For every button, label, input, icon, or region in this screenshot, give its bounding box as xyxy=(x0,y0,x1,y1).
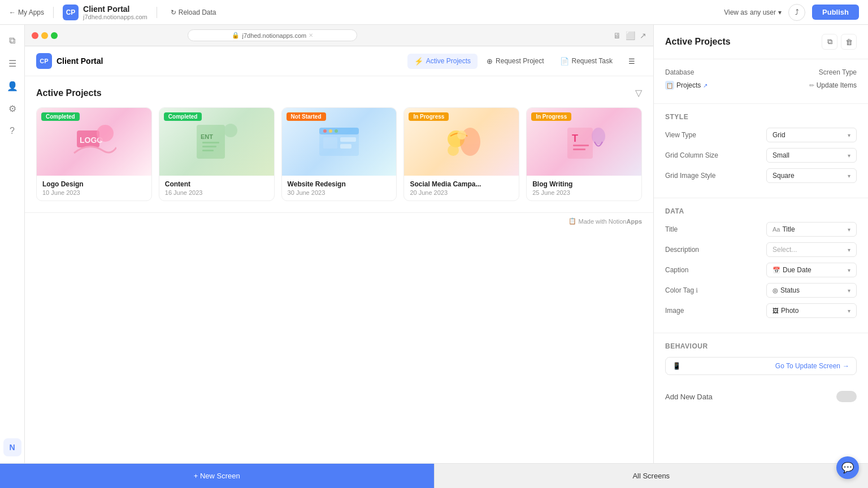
right-sidebar: Active Projects ⧉ 🗑 Database Screen Type… xyxy=(653,25,868,463)
behaviour-right[interactable]: Go To Update Screen → xyxy=(775,362,849,370)
chat-bubble[interactable]: 💬 xyxy=(836,456,859,479)
sidebar-icon-settings[interactable]: ⚙ xyxy=(3,99,21,117)
rs-description-value: Select... xyxy=(772,246,797,254)
card-website-redesign[interactable]: Not Started Website Redesign 30 June 202… xyxy=(281,107,397,201)
center-content: 🔒 j7dhed.notionapps.com ✕ 🖥 ⬜ ↗ CP Clien… xyxy=(25,25,653,463)
svg-text:T: T xyxy=(572,133,578,144)
rs-title-value: Title xyxy=(782,225,795,233)
tablet-icon[interactable]: ⬜ xyxy=(626,31,635,40)
info-icon[interactable]: ℹ xyxy=(696,287,698,294)
card-blog-writing[interactable]: T In Progress Blog Writing xyxy=(526,107,642,201)
rs-title-select[interactable]: Aa Title ▾ xyxy=(766,222,857,237)
cards-grid: LOGO Completed Logo Design 10 June 2023 xyxy=(36,107,642,201)
rs-color-tag-select[interactable]: ◎ Status ▾ xyxy=(766,283,857,298)
view-as-label: View as xyxy=(724,8,748,16)
chevron-down-icon8: ▾ xyxy=(848,308,850,314)
app-name: Client Portal xyxy=(83,5,147,14)
sidebar-icon-menu[interactable]: ☰ xyxy=(3,54,21,72)
rs-image-row: Image 🖼 Photo ▾ xyxy=(665,303,857,318)
sidebar-icon-layers[interactable]: ⧉ xyxy=(3,32,21,50)
browser-actions: 🖥 ⬜ ↗ xyxy=(613,31,646,40)
content-area: Active Projects ▽ LOGO xyxy=(25,76,653,212)
svg-rect-14 xyxy=(323,137,337,149)
card-title-3: Website Redesign xyxy=(288,180,391,188)
card-date-3: 30 June 2023 xyxy=(288,189,391,196)
caption-calendar-icon: 📅 xyxy=(772,267,780,274)
dot-yellow[interactable] xyxy=(41,32,48,39)
rs-delete-button[interactable]: 🗑 xyxy=(841,34,857,50)
card-image-wrapper-2: ENT Completed xyxy=(159,108,274,176)
reload-icon: ↻ xyxy=(171,8,176,16)
lock-icon: 🔒 xyxy=(232,32,240,39)
url-text: j7dhed.notionapps.com xyxy=(242,32,306,39)
card-social-media[interactable]: In Progress Social Media Campa... 20 Jun… xyxy=(403,107,519,201)
add-new-data-toggle[interactable] xyxy=(836,391,857,402)
app-title-area: CP Client Portal j7dhed.notionapps.com xyxy=(63,5,147,20)
rs-behaviour-row[interactable]: 📱 Go To Update Screen → xyxy=(665,357,857,375)
rs-grid-image-row: Grid Image Style Square ▾ xyxy=(665,168,857,183)
card-title-2: Content xyxy=(165,180,268,188)
section-title: Active Projects xyxy=(36,88,102,98)
app-title-text: Client Portal j7dhed.notionapps.com xyxy=(83,5,147,20)
publish-button[interactable]: Publish xyxy=(812,5,859,20)
rs-view-type-label: View Type xyxy=(665,131,696,139)
nav-request-project[interactable]: ⊕ Request Project xyxy=(480,54,550,69)
back-arrow-icon: ← xyxy=(9,8,16,16)
external-link-icon[interactable]: ↗ xyxy=(640,31,646,40)
footer-logo: 📋 xyxy=(568,217,576,225)
card-logo-design[interactable]: LOGO Completed Logo Design 10 June 2023 xyxy=(36,107,152,201)
card-badge-5: In Progress xyxy=(531,112,571,121)
chevron-down-icon5: ▾ xyxy=(848,247,850,253)
card-image-wrapper-4: In Progress xyxy=(404,108,519,176)
nav-active-projects[interactable]: ⚡ Active Projects xyxy=(407,54,478,69)
my-apps-label: My Apps xyxy=(18,8,44,16)
nav-request-task[interactable]: 📄 Request Task xyxy=(553,54,620,69)
browser-url-bar[interactable]: 🔒 j7dhed.notionapps.com ✕ xyxy=(188,29,357,41)
card-body-2: Content 16 June 2023 xyxy=(159,176,274,201)
filter-icon[interactable]: ▽ xyxy=(635,88,642,98)
rs-caption-select[interactable]: 📅 Due Date ▾ xyxy=(766,263,857,277)
sidebar-icon-help[interactable]: ? xyxy=(3,122,21,140)
svg-point-12 xyxy=(329,129,332,133)
rs-data-title: Data xyxy=(665,207,857,215)
card-body-1: Logo Design 10 June 2023 xyxy=(37,176,151,201)
app-header: CP Client Portal ⚡ Active Projects ⊕ Req… xyxy=(25,46,653,76)
update-items-link[interactable]: ✏ Update Items xyxy=(809,81,857,89)
svg-point-25 xyxy=(592,128,605,145)
view-as-selector[interactable]: View as any user ▾ xyxy=(724,8,782,16)
rs-view-type-select[interactable]: Grid ▾ xyxy=(766,128,857,142)
nav-menu[interactable]: ☰ xyxy=(622,54,642,69)
svg-point-11 xyxy=(323,129,327,133)
trash-icon: 🗑 xyxy=(845,38,853,46)
svg-rect-6 xyxy=(202,146,216,147)
rs-grid-image-select[interactable]: Square ▾ xyxy=(766,168,857,183)
rs-database-label: Database xyxy=(665,68,694,76)
sidebar-icon-notion[interactable]: N xyxy=(3,438,21,456)
new-screen-button[interactable]: + New Screen xyxy=(0,464,434,488)
nav-request-project-label: Request Project xyxy=(496,57,544,65)
rs-grid-column-select[interactable]: Small ▾ xyxy=(766,148,857,163)
app-footer: 📋 Made with NotionApps xyxy=(25,212,653,229)
rs-description-select[interactable]: Select... ▾ xyxy=(766,242,857,257)
share-button[interactable]: ⤴ xyxy=(788,4,805,21)
request-project-icon: ⊕ xyxy=(487,57,493,66)
behaviour-phone-icon: 📱 xyxy=(672,362,681,370)
behaviour-left: 📱 xyxy=(672,362,681,370)
all-screens-button[interactable]: All Screens xyxy=(434,464,869,488)
image-icon: 🖼 xyxy=(772,307,779,314)
rs-copy-button[interactable]: ⧉ xyxy=(822,34,837,50)
card-content[interactable]: ENT Completed Content 16 xyxy=(159,107,275,201)
dot-red[interactable] xyxy=(32,32,38,39)
card-body-4: Social Media Campa... 20 June 2023 xyxy=(404,176,519,201)
svg-rect-23 xyxy=(573,145,589,146)
projects-db-icon: 📋 xyxy=(665,81,674,90)
my-apps-link[interactable]: ← My Apps xyxy=(9,8,44,16)
external-link-icon[interactable]: ↗ xyxy=(703,82,708,89)
desktop-icon[interactable]: 🖥 xyxy=(613,31,621,40)
svg-point-2 xyxy=(97,125,114,142)
dot-green[interactable] xyxy=(51,32,58,39)
sidebar-icon-users[interactable]: 👤 xyxy=(3,77,21,95)
rs-image-select[interactable]: 🖼 Photo ▾ xyxy=(766,303,857,318)
update-items-label: Update Items xyxy=(817,81,857,89)
reload-button[interactable]: ↻ Reload Data xyxy=(166,6,221,19)
